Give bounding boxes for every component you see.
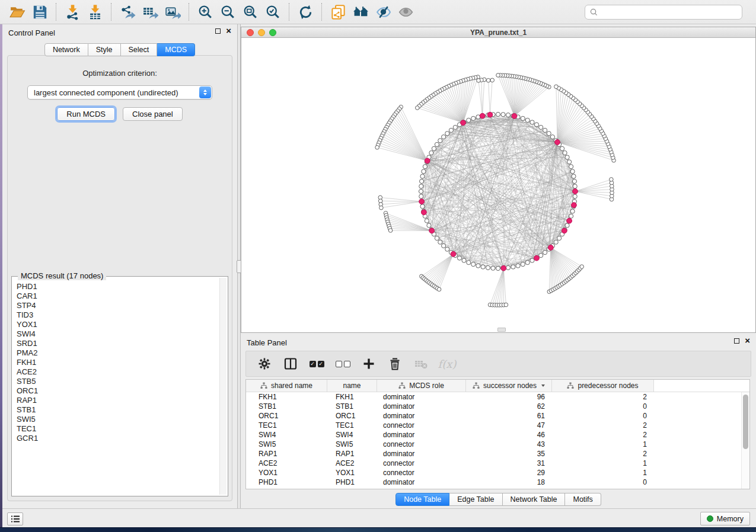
result-list-item[interactable]: YOX1 (17, 320, 218, 329)
tab-style[interactable]: Style (88, 43, 121, 56)
zoom-fit-icon[interactable] (239, 2, 261, 21)
search-icon (589, 8, 598, 17)
column-header-name[interactable]: name (327, 380, 377, 392)
toolbar-separator (189, 3, 189, 21)
result-list-item[interactable]: FKH1 (17, 358, 218, 367)
mcds-result-list[interactable]: PHD1CAR1STP4TID3YOX1SWI4SRD1PMA2FKH1ACE2… (14, 278, 218, 494)
select-all-icon[interactable]: ✓✓ (307, 354, 327, 374)
hide-graphics-details-icon[interactable] (372, 2, 394, 21)
tab-mcds[interactable]: MCDS (157, 43, 195, 56)
create-column-icon[interactable] (359, 354, 379, 374)
show-columns-icon[interactable] (280, 354, 301, 374)
network-window-title: YPA_prune.txt_1 (470, 28, 527, 37)
table-row[interactable]: YOX1YOX1connector291 (246, 468, 741, 477)
tab-edge-table[interactable]: Edge Table (449, 493, 502, 506)
tab-node-table[interactable]: Node Table (395, 493, 449, 506)
memory-status-icon (707, 515, 713, 522)
desktop-wallpaper-bottom (0, 527, 756, 532)
memory-button[interactable]: Memory (700, 512, 750, 525)
table-scrollbar-thumb[interactable] (743, 395, 748, 449)
tab-network-table[interactable]: Network Table (503, 493, 566, 506)
table-panel: Table Panel × ✓✓f(x) shared namenameMCDS… (241, 334, 756, 508)
result-list-item[interactable]: TID3 (17, 310, 218, 320)
tab-motifs[interactable]: Motifs (565, 493, 601, 506)
zoom-selected-icon[interactable] (261, 2, 284, 21)
node-table-header: shared namenameMCDS rolesuccessor nodesp… (246, 380, 749, 392)
table-row[interactable]: ORC1ORC1dominator610 (246, 411, 741, 421)
delete-table-icon (411, 354, 431, 374)
result-list-item[interactable]: PMA2 (17, 348, 218, 358)
table-mode-icon[interactable] (254, 354, 275, 374)
export-image-icon[interactable] (161, 2, 184, 21)
run-mcds-button[interactable]: Run MCDS (57, 107, 115, 121)
result-list-item[interactable]: ORC1 (17, 386, 218, 396)
result-list-item[interactable]: CAR1 (17, 291, 218, 301)
main-toolbar (0, 0, 756, 24)
column-header-successor-nodes[interactable]: successor nodes (466, 380, 552, 392)
table-row[interactable]: RAP1RAP1dominator352 (246, 449, 741, 459)
zoom-out-icon[interactable] (216, 2, 239, 21)
result-list-item[interactable]: GCR1 (17, 434, 218, 443)
import-network-icon[interactable] (61, 2, 84, 21)
control-panel-tabs: NetworkStyleSelectMCDS (2, 43, 237, 56)
apply-layout-icon[interactable] (294, 2, 317, 21)
cybrowser-home-icon[interactable] (349, 2, 372, 21)
show-graphics-details-icon[interactable] (394, 2, 417, 21)
tab-network[interactable]: Network (44, 43, 88, 56)
zoom-in-icon[interactable] (194, 2, 216, 21)
control-panel-title: Control Panel (8, 28, 55, 37)
table-row[interactable]: SWI5SWI5connector431 (246, 440, 741, 449)
import-table-icon[interactable] (84, 2, 106, 21)
control-panel-header: Control Panel × (2, 24, 237, 41)
open-session-icon[interactable] (6, 2, 28, 21)
deselect-all-icon[interactable] (333, 354, 353, 374)
clone-network-icon[interactable] (327, 2, 349, 21)
table-row[interactable]: FKH1FKH1dominator962 (246, 392, 741, 402)
function-builder-icon: f(x) (437, 354, 457, 374)
result-list-item[interactable]: PHD1 (17, 282, 218, 291)
close-table-panel-icon[interactable]: × (745, 338, 750, 344)
table-scrollbar[interactable] (741, 392, 749, 489)
export-table-icon[interactable] (139, 2, 161, 21)
result-scrollbar[interactable] (219, 278, 227, 495)
column-header-MCDS-role[interactable]: MCDS role (377, 380, 466, 392)
result-list-item[interactable]: RAP1 (17, 396, 218, 405)
result-list-item[interactable]: SWI4 (17, 329, 218, 339)
window-maximize-icon[interactable] (269, 29, 276, 36)
criterion-dropdown[interactable]: largest connected component (undirected) (27, 85, 212, 100)
float-panel-icon[interactable] (215, 28, 221, 34)
column-header-predecessor-nodes[interactable]: predecessor nodes (552, 380, 654, 392)
result-list-item[interactable]: SWI5 (17, 415, 218, 424)
result-list-item[interactable]: STB5 (17, 377, 218, 386)
network-canvas[interactable] (241, 38, 755, 332)
result-list-item[interactable]: TEC1 (17, 424, 218, 434)
mcds-tab-content: Optimization criterion: largest connecte… (7, 55, 232, 501)
column-header-shared-name[interactable]: shared name (246, 380, 327, 392)
table-row[interactable]: SWI4SWI4dominator462 (246, 430, 741, 440)
table-row[interactable]: ACE2ACE2connector311 (246, 459, 741, 468)
close-panel-button[interactable]: Close panel (123, 107, 183, 121)
table-row[interactable]: PHD1PHD1dominator180 (246, 477, 741, 487)
result-list-item[interactable]: STP4 (17, 301, 218, 310)
delete-column-icon[interactable] (385, 354, 405, 374)
save-session-icon[interactable] (28, 2, 51, 21)
window-close-icon[interactable] (247, 29, 254, 36)
result-list-item[interactable]: ACE2 (17, 367, 218, 377)
result-list-item[interactable]: STB1 (17, 405, 218, 415)
export-network-icon[interactable] (116, 2, 139, 21)
network-window-titlebar[interactable]: YPA_prune.txt_1 (241, 27, 755, 38)
float-table-panel-icon[interactable] (734, 338, 739, 344)
criterion-dropdown-value: largest connected component (undirected) (34, 88, 178, 97)
close-panel-icon[interactable]: × (226, 28, 231, 34)
result-list-item[interactable]: SRD1 (17, 339, 218, 348)
table-row[interactable]: STB1STB1dominator620 (246, 402, 741, 411)
column-type-icon (260, 382, 267, 389)
search-box[interactable] (585, 5, 742, 20)
horizontal-splitter-handle[interactable] (497, 328, 506, 332)
task-history-button[interactable] (7, 512, 23, 525)
window-minimize-icon[interactable] (258, 29, 265, 36)
table-panel-title: Table Panel (247, 338, 287, 347)
tab-select[interactable]: Select (121, 43, 158, 56)
table-row[interactable]: TEC1TEC1connector472 (246, 421, 741, 430)
search-input[interactable] (598, 8, 742, 17)
